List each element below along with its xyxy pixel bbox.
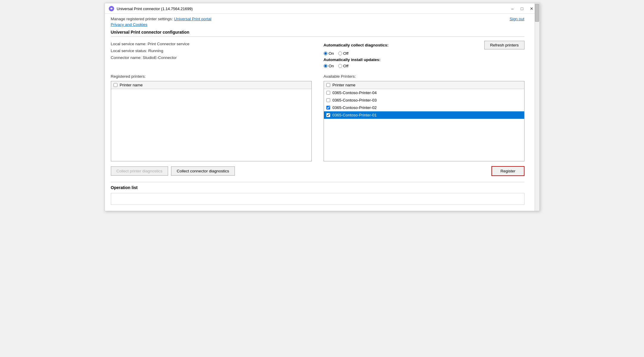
available-printer-name: 0365-Contoso-Printer-04 bbox=[333, 91, 377, 95]
available-printers-header-label: Printer name bbox=[333, 83, 356, 87]
auto-collect-on-radio[interactable]: On bbox=[324, 51, 334, 56]
register-button[interactable]: Register bbox=[491, 166, 524, 176]
top-bar: Manage registered printer settings: Univ… bbox=[105, 14, 539, 27]
available-printer-row[interactable]: 0365-Contoso-Printer-01 bbox=[324, 111, 524, 119]
title-bar-controls: – □ ✕ bbox=[508, 6, 536, 12]
maximize-button[interactable]: □ bbox=[518, 6, 526, 12]
window-title: Universal Print connector (1.14.7564.216… bbox=[117, 7, 193, 11]
available-printer-name: 0365-Contoso-Printer-02 bbox=[333, 105, 377, 110]
connector-name: Connector name: StudioE-Connector bbox=[111, 54, 312, 61]
auto-install-off-radio[interactable]: Off bbox=[338, 64, 349, 68]
refresh-printers-button[interactable]: Refresh printers bbox=[484, 41, 524, 49]
auto-collect-label: Automatically collect diagnostics: bbox=[324, 43, 389, 47]
available-printer-row[interactable]: 0365-Contoso-Printer-04 bbox=[324, 89, 524, 96]
config-right: Automatically collect diagnostics: Refre… bbox=[324, 41, 524, 68]
service-status: Local service status: Running bbox=[111, 48, 312, 54]
available-printers-label: Available Printers: bbox=[324, 74, 524, 79]
top-links: Manage registered printer settings: Univ… bbox=[111, 17, 212, 27]
diag-section: Automatically collect diagnostics: Refre… bbox=[324, 41, 524, 68]
title-bar: Universal Print connector (1.14.7564.216… bbox=[105, 3, 539, 14]
registered-printers-body bbox=[111, 89, 311, 158]
buttons-row: Collect printer diagnostics Collect conn… bbox=[111, 166, 524, 176]
content-area: Universal Print connector configuration … bbox=[105, 27, 539, 211]
collect-printer-diag-button[interactable]: Collect printer diagnostics bbox=[111, 166, 168, 176]
available-printers-list: Printer name 0365-Contoso-Printer-040365… bbox=[324, 81, 524, 161]
portal-link[interactable]: Universal Print portal bbox=[174, 17, 211, 21]
registered-printers-label: Registered printers: bbox=[111, 74, 312, 79]
auto-collect-block: Automatically collect diagnostics: Refre… bbox=[324, 41, 524, 56]
operation-section: Operation list bbox=[111, 182, 524, 205]
sign-out-link[interactable]: Sign out bbox=[510, 17, 533, 21]
printers-section: Registered printers: Printer name Availa… bbox=[111, 74, 524, 161]
registered-select-all-checkbox[interactable] bbox=[114, 83, 117, 87]
available-printer-row[interactable]: 0365-Contoso-Printer-02 bbox=[324, 104, 524, 111]
config-section-title: Universal Print connector configuration bbox=[111, 30, 524, 37]
config-left: Local service name: Print Connector serv… bbox=[111, 41, 312, 68]
available-printer-checkbox[interactable] bbox=[326, 91, 330, 95]
operation-list-title: Operation list bbox=[111, 185, 524, 190]
auto-install-label: Automatically install updates: bbox=[324, 57, 524, 62]
available-select-all-checkbox[interactable] bbox=[326, 83, 330, 87]
available-printer-checkbox[interactable] bbox=[326, 106, 330, 110]
registered-printers-list: Printer name bbox=[111, 81, 312, 161]
available-printer-row[interactable]: 0365-Contoso-Printer-03 bbox=[324, 96, 524, 104]
manage-text: Manage registered printer settings: Univ… bbox=[111, 17, 212, 21]
registered-printers-header-label: Printer name bbox=[120, 83, 143, 87]
operation-list-box bbox=[111, 193, 524, 205]
scrollbar-thumb[interactable] bbox=[535, 4, 539, 22]
available-printer-checkbox[interactable] bbox=[326, 113, 330, 117]
auto-install-radios: On Off bbox=[324, 64, 524, 68]
app-icon bbox=[108, 6, 114, 12]
title-bar-left: Universal Print connector (1.14.7564.216… bbox=[108, 6, 193, 12]
collect-connector-diag-button[interactable]: Collect connector diagnostics bbox=[171, 166, 235, 176]
service-name: Local service name: Print Connector serv… bbox=[111, 41, 312, 48]
btn-group-left: Collect printer diagnostics Collect conn… bbox=[111, 166, 235, 176]
auto-collect-row: Automatically collect diagnostics: Refre… bbox=[324, 41, 524, 49]
available-printers-body: 0365-Contoso-Printer-040365-Contoso-Prin… bbox=[324, 89, 524, 158]
available-printer-name: 0365-Contoso-Printer-03 bbox=[333, 98, 377, 102]
privacy-link[interactable]: Privacy and Cookies bbox=[111, 22, 212, 27]
main-window: Universal Print connector (1.14.7564.216… bbox=[105, 3, 540, 211]
auto-install-block: Automatically install updates: On Off bbox=[324, 57, 524, 68]
auto-collect-radios: On Off bbox=[324, 51, 524, 56]
registered-printers-panel: Registered printers: Printer name bbox=[111, 74, 312, 161]
auto-collect-off-radio[interactable]: Off bbox=[338, 51, 349, 56]
auto-install-on-radio[interactable]: On bbox=[324, 64, 334, 68]
available-printers-panel: Available Printers: Printer name 0365-Co… bbox=[324, 74, 524, 161]
registered-printers-header: Printer name bbox=[111, 81, 311, 89]
available-printer-name: 0365-Contoso-Printer-01 bbox=[333, 113, 377, 117]
available-printer-checkbox[interactable] bbox=[326, 98, 330, 102]
config-section: Local service name: Print Connector serv… bbox=[111, 41, 524, 68]
scrollbar[interactable] bbox=[535, 3, 539, 211]
minimize-button[interactable]: – bbox=[508, 6, 517, 12]
available-printers-header: Printer name bbox=[324, 81, 524, 89]
